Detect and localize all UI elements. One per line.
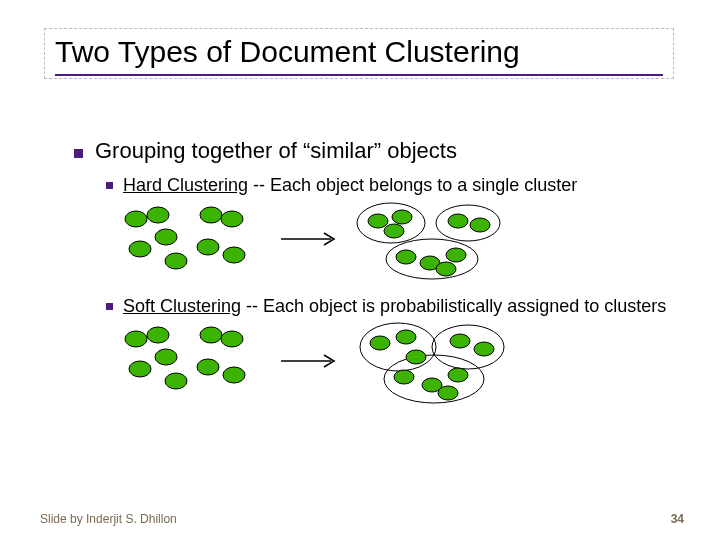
svg-point-40 xyxy=(394,370,414,384)
title-box: Two Types of Document Clustering xyxy=(44,28,674,79)
svg-point-25 xyxy=(221,331,243,347)
arrow-icon xyxy=(281,233,334,245)
bullet-icon xyxy=(74,149,83,158)
svg-point-20 xyxy=(446,248,466,262)
svg-point-8 xyxy=(223,247,245,263)
svg-point-23 xyxy=(147,327,169,343)
diagram-hard-clustering xyxy=(116,201,680,281)
soft-clustering-svg xyxy=(116,321,536,405)
svg-point-6 xyxy=(165,253,187,269)
svg-point-15 xyxy=(448,214,468,228)
svg-point-28 xyxy=(165,373,187,389)
svg-point-2 xyxy=(200,207,222,223)
svg-point-38 xyxy=(450,334,470,348)
svg-point-24 xyxy=(200,327,222,343)
scatter-left-icon xyxy=(125,207,245,269)
svg-point-26 xyxy=(129,361,151,377)
page-number: 34 xyxy=(671,512,684,526)
svg-point-21 xyxy=(436,262,456,276)
hard-clustering-desc: -- Each object belongs to a single clust… xyxy=(248,175,577,195)
soft-clustering-desc: -- Each object is probabilistically assi… xyxy=(241,296,666,316)
svg-point-0 xyxy=(125,211,147,227)
svg-point-13 xyxy=(384,224,404,238)
soft-clustering-text: Soft Clustering -- Each object is probab… xyxy=(123,295,666,318)
svg-point-29 xyxy=(197,359,219,375)
svg-point-12 xyxy=(392,210,412,224)
svg-point-37 xyxy=(406,350,426,364)
bullet-soft-clustering: Soft Clustering -- Each object is probab… xyxy=(106,295,680,318)
svg-point-27 xyxy=(155,349,177,365)
svg-point-36 xyxy=(396,330,416,344)
svg-point-22 xyxy=(125,331,147,347)
bullet-lvl1: Grouping together of “similar” objects xyxy=(74,138,680,164)
hard-clustering-label: Hard Clustering xyxy=(123,175,248,195)
svg-point-35 xyxy=(370,336,390,350)
arrow-icon xyxy=(281,355,334,367)
diagram-soft-clustering xyxy=(116,321,680,401)
hard-clustering-svg xyxy=(116,201,536,281)
svg-point-11 xyxy=(368,214,388,228)
clusters-right-icon xyxy=(360,323,504,403)
svg-point-18 xyxy=(396,250,416,264)
svg-point-39 xyxy=(474,342,494,356)
svg-point-3 xyxy=(221,211,243,227)
svg-point-1 xyxy=(147,207,169,223)
hard-clustering-text: Hard Clustering -- Each object belongs t… xyxy=(123,174,577,197)
svg-point-4 xyxy=(129,241,151,257)
bullet-lvl1-text: Grouping together of “similar” objects xyxy=(95,138,457,164)
svg-point-42 xyxy=(448,368,468,382)
soft-clustering-label: Soft Clustering xyxy=(123,296,241,316)
title-rule xyxy=(55,74,663,76)
svg-point-43 xyxy=(438,386,458,400)
clusters-right-icon xyxy=(357,203,500,279)
svg-point-16 xyxy=(470,218,490,232)
bullet-hard-clustering: Hard Clustering -- Each object belongs t… xyxy=(106,174,680,197)
scatter-left-icon xyxy=(125,327,245,389)
slide: Two Types of Document Clustering Groupin… xyxy=(0,0,720,540)
bullet-icon xyxy=(106,303,113,310)
slide-title: Two Types of Document Clustering xyxy=(55,35,663,70)
svg-point-7 xyxy=(197,239,219,255)
bullet-icon xyxy=(106,182,113,189)
svg-point-30 xyxy=(223,367,245,383)
svg-point-5 xyxy=(155,229,177,245)
content-area: Grouping together of “similar” objects H… xyxy=(74,138,680,401)
footer-credit: Slide by Inderjit S. Dhillon xyxy=(40,512,177,526)
